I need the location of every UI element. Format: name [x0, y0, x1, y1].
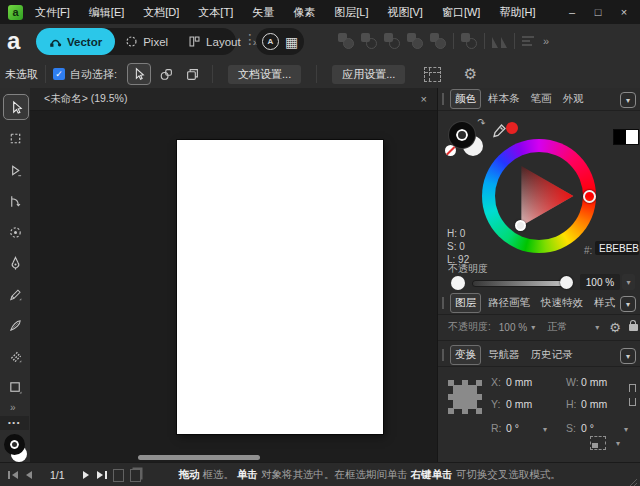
opacity-swatch[interactable] [451, 276, 465, 290]
shear-value[interactable]: 0 ° [581, 422, 594, 434]
select-cursor-button[interactable] [127, 63, 151, 85]
boolean-divide-icon[interactable] [407, 33, 423, 49]
transform-panel-collapse-chevron[interactable]: ▾ [620, 348, 636, 364]
color-wheel[interactable] [482, 139, 596, 253]
layer-settings-gear-icon[interactable]: ⚙ [609, 320, 621, 335]
next-page-button[interactable] [83, 471, 89, 479]
corner-tool[interactable] [3, 189, 27, 213]
horizontal-scrollbar[interactable] [138, 455, 260, 460]
swap-fill-stroke-icon[interactable]: ↷ [476, 116, 487, 129]
tab-path-brush[interactable]: 路径画笔 [484, 294, 534, 312]
snapping-button[interactable] [421, 64, 443, 84]
panel-drag-handle[interactable] [442, 349, 444, 361]
tab-color[interactable]: 颜色 [450, 89, 481, 109]
document-page[interactable] [177, 140, 383, 434]
menu-window[interactable]: 窗口[W] [442, 5, 481, 20]
menu-pixel[interactable]: 像素 [293, 5, 315, 20]
transform-origin-icon[interactable] [590, 436, 606, 450]
auto-select-checkbox[interactable]: ✓ [53, 68, 65, 80]
tab-styles[interactable]: 样式 [590, 294, 619, 312]
tab-appearance[interactable]: 外观 [559, 90, 588, 108]
link-dimensions-icon[interactable] [629, 384, 637, 406]
h-value[interactable]: 0 mm [581, 398, 607, 410]
insert-inside-button[interactable]: A [262, 33, 279, 50]
menu-edit[interactable]: 编辑[E] [89, 5, 124, 20]
toolbar-options-icon[interactable]: ⋮ [243, 31, 257, 47]
x-value[interactable]: 0 mm [506, 376, 532, 388]
document-tab[interactable]: <未命名> (19.5%) [44, 92, 127, 106]
opacity-dropdown-chevron[interactable]: ▾ [622, 274, 635, 290]
opacity-slider-handle[interactable] [560, 276, 573, 289]
boolean-subtract-icon[interactable] [361, 33, 377, 49]
grid-toggle-icon[interactable]: ▦ [285, 35, 298, 49]
transparency-tool[interactable] [3, 220, 27, 244]
blend-mode-value[interactable]: 正常 [547, 320, 567, 334]
w-value[interactable]: 0 mm [581, 376, 607, 388]
close-button[interactable]: × [616, 6, 632, 18]
chevron-down-icon[interactable]: ▾ [595, 323, 599, 332]
rotation-value[interactable]: 0 ° [506, 422, 519, 434]
no-color-swatch[interactable] [445, 145, 456, 156]
layers-opacity-value[interactable]: 100 % [499, 322, 527, 333]
node-tool[interactable] [3, 158, 27, 182]
toolbar-overflow-chevron[interactable]: » [541, 35, 553, 47]
boolean-add-icon[interactable] [338, 33, 354, 49]
tab-fx[interactable]: 快速特效 [537, 294, 587, 312]
first-page-button[interactable] [8, 471, 18, 479]
tools-overflow-dots[interactable]: ••• [0, 416, 29, 430]
boolean-intersect-icon[interactable] [384, 33, 400, 49]
lock-icon[interactable] [629, 324, 638, 331]
minimize-button[interactable]: – [564, 6, 580, 18]
layers-panel-collapse-chevron[interactable]: ▾ [620, 296, 636, 312]
hex-input[interactable]: EBEBEB [595, 241, 639, 255]
select-group-button[interactable] [181, 64, 203, 84]
vector-brush-tool[interactable] [3, 313, 27, 337]
single-page-icon[interactable] [113, 469, 124, 482]
greyscale-swatch[interactable] [613, 129, 639, 145]
maximize-button[interactable]: □ [590, 6, 606, 18]
menu-layer[interactable]: 图层[L] [334, 5, 368, 20]
persona-tab-pixel[interactable]: Pixel [115, 28, 178, 55]
sl-selector[interactable] [515, 220, 526, 231]
opacity-value[interactable]: 100 % [580, 274, 620, 290]
tab-transform[interactable]: 变换 [450, 345, 481, 365]
chevron-down-icon[interactable]: ▾ [616, 439, 620, 448]
document-setup-button[interactable]: 文档设置... [228, 65, 301, 84]
previous-page-button[interactable] [26, 471, 32, 479]
paint-brush-tool[interactable] [3, 344, 27, 368]
boolean-combine-icon[interactable] [430, 33, 446, 49]
tab-stroke[interactable]: 笔画 [527, 90, 556, 108]
resize-grip[interactable] [627, 477, 637, 486]
pen-tool[interactable] [3, 251, 27, 275]
stroke-swatch[interactable] [449, 122, 475, 148]
menu-help[interactable]: 帮助[H] [499, 5, 535, 20]
persona-tab-vector[interactable]: Vector [36, 28, 115, 55]
menu-vector[interactable]: 矢量 [252, 5, 274, 20]
pencil-tool[interactable] [3, 282, 27, 306]
hue-selector[interactable] [583, 190, 596, 203]
artboard-tool[interactable] [3, 126, 27, 150]
menu-view[interactable]: 视图[V] [387, 5, 422, 20]
move-tool[interactable] [3, 94, 29, 120]
tab-swatches[interactable]: 样本条 [484, 90, 524, 108]
chevron-down-icon[interactable]: ▾ [543, 425, 547, 434]
stroke-color-well[interactable] [4, 434, 25, 455]
eyedropper-icon[interactable] [491, 123, 507, 139]
y-value[interactable]: 0 mm [506, 398, 532, 410]
menu-file[interactable]: 文件[F] [35, 5, 70, 20]
tab-history[interactable]: 历史记录 [527, 346, 577, 364]
rectangle-tool[interactable] [3, 375, 27, 399]
alignment-icon[interactable] [522, 36, 534, 46]
tab-layers[interactable]: 图层 [450, 293, 481, 313]
tools-more-chevron[interactable]: » [10, 402, 16, 413]
facing-pages-icon[interactable] [130, 469, 141, 482]
app-settings-button[interactable]: 应用设置... [332, 65, 405, 84]
opacity-slider[interactable] [472, 280, 566, 287]
tab-navigator[interactable]: 导航器 [484, 346, 524, 364]
menu-document[interactable]: 文档[D] [143, 5, 179, 20]
select-object-button[interactable] [155, 64, 177, 84]
preferences-button[interactable]: ⚙ [459, 64, 481, 84]
panel-drag-handle[interactable] [442, 297, 444, 309]
canvas-area[interactable]: <未命名> (19.5%) × [30, 88, 437, 462]
last-page-button[interactable] [97, 471, 107, 479]
